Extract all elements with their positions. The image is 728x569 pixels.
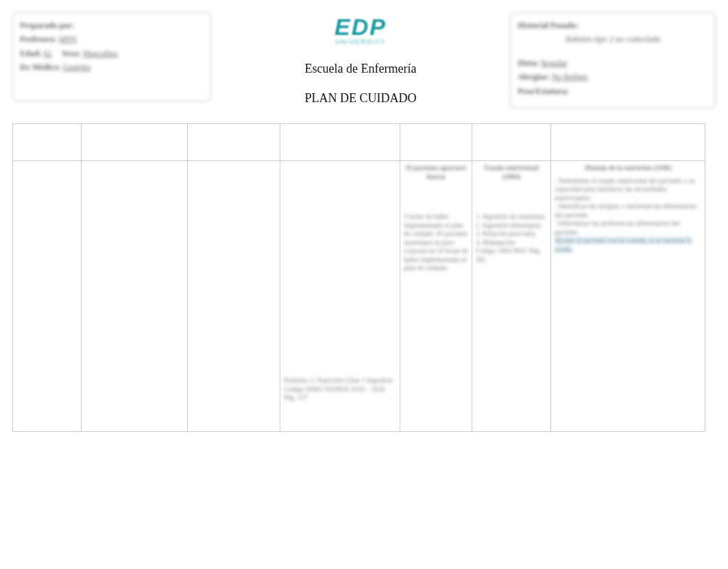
dominio-text: Dominio 2: Nutrición Clase 1 Ingestión C… (284, 376, 393, 401)
cell-noc: Estado nutricional (1004) 1. Ingestión d… (472, 161, 551, 432)
allergies-label: Alergias: (518, 72, 550, 82)
sex-value: Masculino (83, 49, 118, 58)
prepared-by-label: Preparado por: (20, 21, 74, 30)
table-header (188, 124, 280, 161)
cell-nic: Manejo de la nutrición (1100) - Determin… (551, 161, 705, 432)
diet-label: Dieta: (518, 58, 539, 68)
dx-label: Dx Médico: (20, 62, 61, 72)
center-title-block: EDP UNIVERSITY Escuela de Enfermería PLA… (225, 12, 496, 106)
cell-dx (188, 161, 280, 432)
allergies-value: No Refiere (552, 72, 588, 82)
cell-dominio: Dominio 2: Nutrición Clase 1 Ingestión C… (280, 161, 400, 432)
table-row: Dominio 2: Nutrición Clase 1 Ingestión C… (13, 161, 705, 432)
table-header (472, 124, 551, 161)
table-header (551, 124, 705, 161)
table-header (400, 124, 472, 161)
logo-subtext: UNIVERSITY (335, 38, 386, 45)
care-plan-table: Dominio 2: Nutrición Clase 1 Ingestión C… (12, 123, 705, 432)
cell-analisis (82, 161, 188, 432)
prepared-by-box: Preparado por: Profesora: MSN Edad: 62 S… (12, 12, 211, 101)
professor-value: MSN (59, 34, 77, 44)
history-label: Historial Pasado: (518, 21, 579, 30)
noc-body: 1. Ingestión de nutrientes 2. Ingestión … (476, 213, 545, 263)
history-value: diabetes tipo 2 no controlada (566, 34, 661, 44)
table-header-row (13, 124, 705, 161)
dx-value: Gastritis (63, 62, 91, 72)
history-box: Historial Pasado: diabetes tipo 2 no con… (510, 12, 716, 108)
professor-label: Profesora: (20, 34, 57, 44)
logo-text: EDP (335, 15, 387, 38)
cell-estimado (13, 161, 82, 432)
table-header (13, 124, 82, 161)
age-value: 62 (43, 49, 51, 58)
objetivo-title: El paciente aportará fuerza (404, 164, 468, 181)
nic-title: Manejo de la nutrición (1100) (555, 164, 701, 173)
table-header (82, 124, 188, 161)
sex-label: Sexo: (62, 49, 81, 58)
table-header (280, 124, 400, 161)
logo: EDP UNIVERSITY (335, 15, 387, 45)
objetivo-body: 3 horas de haber implementado el plan de… (404, 213, 468, 271)
document-title: PLAN DE CUIDADO (305, 91, 417, 106)
school-name: Escuela de Enfermería (305, 62, 417, 76)
nic-highlight: Ayudar al paciente con la comida, si es … (555, 237, 692, 253)
diet-value: Regular (541, 58, 567, 68)
noc-title: Estado nutricional (1004) (476, 164, 547, 181)
header-region: Preparado por: Profesora: MSN Edad: 62 S… (12, 12, 716, 108)
nic-bullets: - Determinar el estado nutricional del p… (555, 177, 701, 237)
age-label: Edad: (20, 49, 41, 58)
cell-objetivo: El paciente aportará fuerza 3 horas de h… (400, 161, 472, 432)
weight-height-label: Peso/Estatura: (518, 86, 569, 96)
